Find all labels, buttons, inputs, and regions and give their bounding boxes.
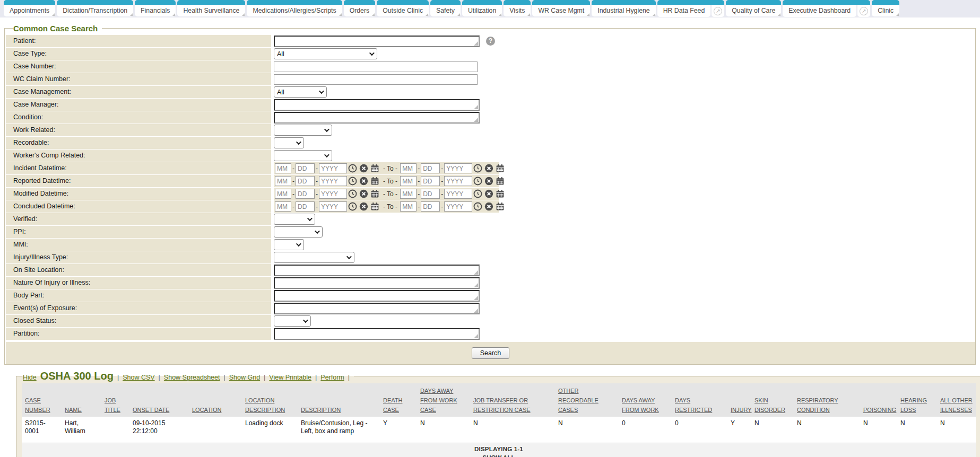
clear-date-icon[interactable]: [484, 177, 493, 186]
case-manager-input[interactable]: [274, 99, 480, 111]
incident-to-month-input[interactable]: [400, 163, 417, 173]
time-picker-icon[interactable]: [473, 189, 482, 198]
reported-from-year-input[interactable]: [319, 176, 347, 186]
hide-link[interactable]: Hide: [23, 374, 37, 381]
on-site-location-input[interactable]: [274, 265, 480, 276]
verified-select[interactable]: [274, 214, 315, 225]
mmi-select[interactable]: [274, 239, 304, 250]
search-button[interactable]: Search: [472, 347, 510, 359]
incident-from-day-input[interactable]: [296, 163, 315, 173]
sort-link[interactable]: CASE NUMBER: [25, 397, 50, 413]
sort-link[interactable]: ONSET DATE: [133, 407, 169, 413]
reported-from-day-input[interactable]: [296, 176, 315, 186]
events-of-exposure-input[interactable]: [274, 303, 480, 314]
tab-safety[interactable]: Safety: [430, 0, 461, 16]
case-type-select[interactable]: All: [274, 48, 377, 59]
ppi-select[interactable]: [274, 226, 323, 238]
sort-link[interactable]: JOB TRANSFER OR RESTRICTION CASE: [473, 397, 531, 413]
recordable-select[interactable]: [274, 137, 304, 148]
calendar-icon[interactable]: [496, 164, 505, 173]
time-picker-icon[interactable]: [348, 189, 357, 198]
tab-utilization[interactable]: Utilization: [462, 0, 502, 16]
sort-link[interactable]: DEATH CASE: [383, 397, 402, 413]
modified-from-month-input[interactable]: [275, 189, 291, 199]
wc-claim-number-input[interactable]: [274, 74, 478, 85]
calendar-icon[interactable]: [370, 189, 379, 198]
incident-from-year-input[interactable]: [319, 163, 347, 173]
tab-financials[interactable]: Financials: [135, 0, 176, 16]
concluded-from-year-input[interactable]: [319, 201, 347, 212]
sort-link[interactable]: JOB TITLE: [105, 397, 120, 413]
modified-to-year-input[interactable]: [444, 189, 472, 199]
workers-comp-related-select[interactable]: [274, 150, 332, 161]
concluded-to-day-input[interactable]: [421, 201, 440, 212]
concluded-to-year-input[interactable]: [444, 201, 472, 212]
modified-from-year-input[interactable]: [319, 189, 347, 199]
sort-link[interactable]: LOCATION: [192, 407, 221, 413]
concluded-from-month-input[interactable]: [275, 201, 291, 212]
sort-link[interactable]: LOCATION DESCRIPTION: [245, 397, 285, 413]
time-picker-icon[interactable]: [348, 177, 357, 186]
reported-to-month-input[interactable]: [400, 176, 417, 186]
case-number-input[interactable]: [274, 61, 478, 72]
injury-illness-type-select[interactable]: [274, 252, 354, 263]
tab-industrial-hygiene[interactable]: Industrial Hygiene: [592, 0, 655, 16]
sort-link[interactable]: DESCRIPTION: [301, 407, 341, 413]
sort-link[interactable]: INJURY: [731, 407, 752, 413]
tab-executive-dashboard[interactable]: Executive Dashboard ↗: [783, 0, 870, 17]
sort-link[interactable]: DAYS RESTRICTED: [675, 397, 712, 413]
external-link-icon[interactable]: ↗: [857, 5, 870, 17]
incident-to-year-input[interactable]: [444, 163, 472, 173]
body-part-input[interactable]: [274, 290, 480, 302]
time-picker-icon[interactable]: [348, 202, 357, 211]
view-printable-link[interactable]: View Printable: [269, 374, 311, 381]
tab-visits[interactable]: Visits: [504, 0, 531, 16]
partition-input[interactable]: [274, 328, 480, 340]
calendar-icon[interactable]: [496, 177, 505, 186]
patient-input[interactable]: [274, 36, 480, 47]
reported-to-year-input[interactable]: [444, 176, 472, 186]
incident-to-day-input[interactable]: [421, 163, 440, 173]
sort-link[interactable]: DAYS AWAY FROM WORK CASE: [420, 388, 457, 413]
table-row[interactable]: S2015-0001 Hart, William 09-10-2015 22:1…: [22, 417, 976, 443]
reported-from-month-input[interactable]: [275, 176, 291, 186]
sort-link[interactable]: SKIN DISORDER: [754, 397, 785, 413]
clear-date-icon[interactable]: [359, 202, 368, 211]
tab-outside-clinic[interactable]: Outside Clinic: [377, 0, 429, 16]
clear-date-icon[interactable]: [484, 164, 493, 173]
time-picker-icon[interactable]: [473, 177, 482, 186]
modified-to-month-input[interactable]: [400, 189, 417, 199]
show-all-link[interactable]: SHOW ALL: [483, 454, 515, 457]
calendar-icon[interactable]: [370, 202, 379, 211]
clear-date-icon[interactable]: [359, 177, 368, 186]
tab-quality-of-care[interactable]: Quality of Care: [726, 0, 781, 16]
perform-link[interactable]: Perform: [320, 374, 344, 381]
clear-date-icon[interactable]: [359, 164, 368, 173]
tab-appointments[interactable]: Appointments: [4, 0, 55, 16]
tab-clinic[interactable]: Clinic: [872, 0, 899, 16]
modified-from-day-input[interactable]: [296, 189, 315, 199]
closed-status-select[interactable]: [274, 315, 311, 327]
calendar-icon[interactable]: [496, 189, 505, 198]
tab-dictation-transcription[interactable]: Dictation/Transcription: [57, 0, 133, 16]
clear-date-icon[interactable]: [484, 202, 493, 211]
help-icon[interactable]: ?: [486, 37, 495, 46]
clear-date-icon[interactable]: [484, 189, 493, 198]
time-picker-icon[interactable]: [348, 164, 357, 173]
condition-input[interactable]: [274, 112, 480, 124]
calendar-icon[interactable]: [496, 202, 505, 211]
sort-link[interactable]: OTHER RECORDABLE CASES: [558, 388, 599, 413]
time-picker-icon[interactable]: [473, 164, 482, 173]
concluded-to-month-input[interactable]: [400, 201, 417, 212]
incident-from-month-input[interactable]: [275, 163, 291, 173]
sort-link[interactable]: HEARING LOSS: [900, 397, 927, 413]
tab-orders[interactable]: Orders: [344, 0, 376, 16]
sort-link[interactable]: RESPIRATORY CONDITION: [797, 397, 838, 413]
sort-link[interactable]: NAME: [65, 407, 82, 413]
modified-to-day-input[interactable]: [421, 189, 440, 199]
concluded-from-day-input[interactable]: [296, 201, 315, 212]
show-csv-link[interactable]: Show CSV: [123, 374, 154, 381]
show-grid-link[interactable]: Show Grid: [229, 374, 260, 381]
work-related-select[interactable]: [274, 125, 332, 136]
nature-of-injury-input[interactable]: [274, 277, 480, 289]
